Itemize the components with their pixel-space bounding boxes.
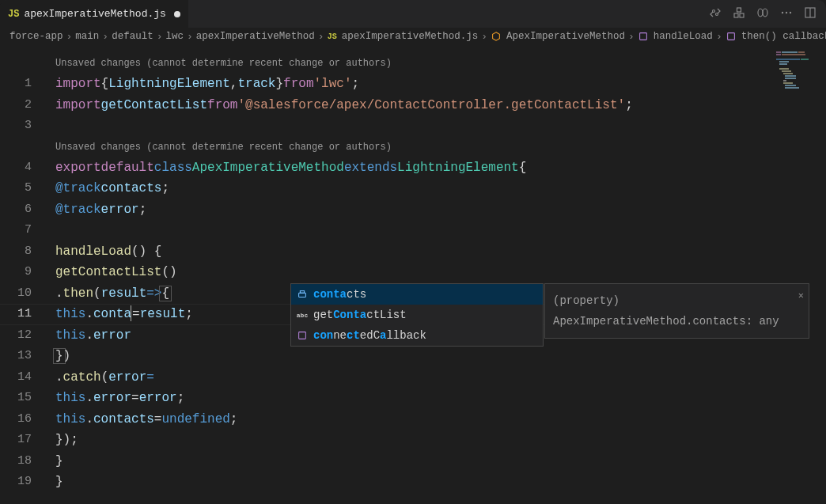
svg-rect-3	[740, 13, 744, 17]
chevron-right-icon: ›	[157, 31, 163, 43]
code-line[interactable]: });	[47, 430, 826, 451]
method-symbol-icon	[638, 31, 649, 42]
svg-rect-2	[734, 13, 738, 17]
text-cursor	[131, 305, 131, 321]
line-number[interactable]: 3	[0, 116, 32, 137]
line-number[interactable]: 10	[0, 283, 32, 305]
vertical-scrollbar[interactable]	[815, 45, 826, 504]
method-icon	[296, 329, 309, 342]
code-area[interactable]: Unsaved changes (cannot determine recent…	[47, 45, 826, 504]
suggest-detail-widget: ✕ (property) ApexImperativeMethod.contac…	[544, 283, 809, 339]
svg-point-6	[763, 9, 767, 17]
code-line[interactable]: .catch(error =	[47, 367, 826, 388]
chevron-right-icon: ›	[102, 31, 108, 43]
crumb-force-app[interactable]: force-app	[9, 31, 63, 42]
chevron-right-icon: ›	[66, 31, 73, 43]
codelens[interactable]: Unsaved changes (cannot determine recent…	[47, 53, 826, 74]
tab-filename: apexImperativeMethod.js	[24, 8, 165, 20]
suggest-widget[interactable]: contacts abc getContactList connectedCal…	[290, 283, 544, 347]
line-number[interactable]: 4	[0, 157, 32, 179]
tab-file[interactable]: JS apexImperativeMethod.js	[0, 0, 188, 28]
text-icon: abc	[296, 309, 309, 321]
tab-bar: JS apexImperativeMethod.js	[0, 0, 826, 28]
class-symbol-icon	[491, 31, 502, 42]
crumb-class[interactable]: ApexImperativeMethod	[506, 31, 625, 42]
code-line[interactable]: @track error;	[47, 199, 826, 221]
dirty-indicator-icon[interactable]	[174, 11, 180, 17]
code-line[interactable]	[47, 116, 826, 137]
svg-rect-16	[299, 332, 306, 339]
code-line[interactable]: this.contacts = undefined;	[47, 409, 826, 430]
svg-point-7	[782, 11, 783, 13]
line-number[interactable]: 1	[0, 74, 32, 95]
code-line[interactable]: })	[47, 346, 826, 367]
suggest-detail-text: (property) ApexImperativeMethod.contacts…	[553, 294, 779, 328]
crumb-folder[interactable]: apexImperativeMethod	[196, 31, 315, 42]
code-line[interactable]: import getContactList from '@salesforce/…	[47, 95, 826, 116]
line-number[interactable]: 9	[0, 262, 32, 283]
code-line[interactable]: }	[47, 451, 826, 472]
line-number[interactable]: 12	[0, 325, 32, 347]
line-number[interactable]: 5	[0, 178, 32, 199]
code-line[interactable]: import { LightningElement, track } from …	[47, 74, 826, 95]
field-icon	[296, 288, 309, 301]
code-line[interactable]: getContactList()	[47, 262, 826, 283]
crumb-callback[interactable]: then() callback	[741, 31, 826, 42]
crumb-default[interactable]: default	[112, 31, 153, 42]
chevron-right-icon: ›	[628, 31, 635, 43]
editor[interactable]: 1 2 3 4 5 6 7 8 9 10 11 12 13 14 15 16 1…	[0, 45, 826, 504]
line-number[interactable]: 6	[0, 199, 32, 221]
crumb-method[interactable]: handleLoad	[654, 31, 713, 42]
line-number[interactable]: 15	[0, 388, 32, 409]
tabs-container: JS apexImperativeMethod.js	[0, 0, 188, 28]
code-line[interactable]: @track contacts;	[47, 178, 826, 199]
line-number[interactable]: 18	[0, 451, 32, 472]
line-number[interactable]: 8	[0, 241, 32, 263]
code-line[interactable]: }	[47, 472, 826, 493]
line-number[interactable]: 13	[0, 346, 32, 367]
suggest-item-connectedcallback[interactable]: connectedCallback	[291, 325, 543, 346]
method-symbol-icon	[726, 31, 737, 42]
line-number[interactable]: 7	[0, 220, 32, 241]
crumb-file[interactable]: apexImperativeMethod.js	[342, 31, 479, 42]
code-line[interactable]: handleLoad() {	[47, 241, 826, 263]
code-line[interactable]: export default class ApexImperativeMetho…	[47, 157, 826, 179]
svg-point-8	[786, 11, 787, 13]
line-number[interactable]: 2	[0, 95, 32, 116]
compare-icon[interactable]	[709, 6, 722, 22]
line-number[interactable]: 14	[0, 367, 32, 388]
svg-point-1	[716, 13, 718, 15]
suggest-label: contacts	[313, 288, 366, 301]
breadcrumb: force-app› main› default› lwc› apexImper…	[0, 28, 826, 45]
code-line[interactable]: this.error = error;	[47, 388, 826, 409]
line-number[interactable]: 17	[0, 430, 32, 451]
svg-point-0	[713, 9, 715, 12]
active-line-indicator	[47, 304, 49, 325]
chevron-right-icon: ›	[716, 31, 722, 43]
svg-rect-13	[727, 33, 734, 40]
svg-point-9	[790, 11, 791, 13]
codelens[interactable]: Unsaved changes (cannot determine recent…	[47, 137, 826, 157]
line-number[interactable]: 16	[0, 409, 32, 430]
diff-icon[interactable]	[756, 6, 769, 22]
suggest-label: getContactList	[313, 309, 407, 321]
code-line[interactable]	[47, 220, 826, 241]
line-number-spacer	[0, 137, 32, 157]
svg-rect-12	[639, 33, 646, 40]
minimap[interactable]	[776, 51, 812, 99]
chevron-right-icon: ›	[481, 31, 487, 43]
suggest-item-getcontactlist[interactable]: abc getContactList	[291, 305, 543, 325]
more-icon[interactable]	[780, 6, 793, 22]
svg-rect-14	[299, 293, 306, 297]
suggest-item-contacts[interactable]: contacts	[291, 284, 543, 305]
editor-toolbar	[709, 6, 826, 22]
chevron-right-icon: ›	[318, 31, 324, 43]
svg-rect-4	[737, 8, 741, 12]
split-icon[interactable]	[733, 6, 745, 22]
crumb-lwc[interactable]: lwc	[165, 31, 184, 42]
suggest-label: connectedCallback	[313, 329, 426, 342]
line-number[interactable]: 19	[0, 472, 32, 493]
crumb-main[interactable]: main	[75, 31, 99, 42]
split-editor-icon[interactable]	[804, 6, 817, 22]
close-icon[interactable]: ✕	[798, 286, 804, 306]
